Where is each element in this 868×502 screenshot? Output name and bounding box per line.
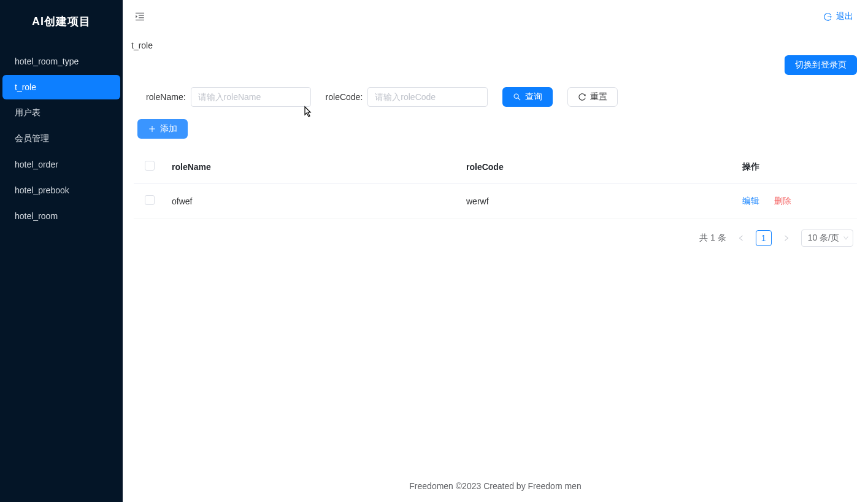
header-checkbox-cell xyxy=(134,150,164,184)
plus-icon xyxy=(148,125,156,133)
cell-rolename: ofwef xyxy=(164,184,459,218)
header-rolename[interactable]: roleName xyxy=(164,150,459,184)
pagination-total: 共 1 条 xyxy=(699,233,726,244)
topbar: 退出 xyxy=(123,0,868,33)
search-icon xyxy=(513,93,521,101)
cell-actions: 编辑 删除 xyxy=(735,184,857,218)
pagination-page-size[interactable]: 10 条/页 xyxy=(801,230,853,247)
cell-rolecode: werwf xyxy=(459,184,735,218)
chevron-left-icon xyxy=(737,234,745,242)
pagination-next[interactable] xyxy=(779,231,794,245)
pagination: 共 1 条 1 10 条/页 xyxy=(134,218,857,258)
content-area: 切换到登录页 roleName: roleCode: 查询 xyxy=(123,55,868,502)
sidebar-logo: AI创建项目 xyxy=(0,0,123,43)
data-table: roleName roleCode 操作 ofwef werwf 编辑 xyxy=(134,150,857,218)
logout-label: 退出 xyxy=(836,11,853,22)
sidebar-menu: hotel_room_type t_role 用户表 会员管理 hotel_or… xyxy=(0,43,123,234)
page-size-label: 10 条/页 xyxy=(808,233,839,244)
pagination-prev[interactable] xyxy=(734,231,748,245)
collapse-menu-icon[interactable] xyxy=(134,10,146,23)
add-button[interactable]: 添加 xyxy=(137,119,188,139)
logout-button[interactable]: 退出 xyxy=(823,11,853,22)
edit-link[interactable]: 编辑 xyxy=(742,196,759,206)
sidebar-item-hotel-order[interactable]: hotel_order xyxy=(2,152,120,177)
add-row: 添加 xyxy=(134,119,857,150)
delete-link[interactable]: 删除 xyxy=(774,196,791,206)
main: 退出 t_role 切换到登录页 roleName: roleCode: xyxy=(123,0,868,502)
button-label: 重置 xyxy=(590,91,607,102)
switch-login-button[interactable]: 切换到登录页 xyxy=(785,55,857,75)
search-row: roleName: roleCode: 查询 重 xyxy=(134,81,857,119)
row-checkbox-cell xyxy=(134,184,164,218)
sidebar-item-label: hotel_order xyxy=(15,160,58,169)
sidebar-item-label: 用户表 xyxy=(15,107,40,118)
header-rolecode[interactable]: roleCode xyxy=(459,150,735,184)
search-field-rolecode: roleCode: xyxy=(326,87,488,107)
rolecode-input[interactable] xyxy=(367,87,488,107)
select-all-checkbox[interactable] xyxy=(145,161,155,171)
reset-button[interactable]: 重置 xyxy=(567,87,618,107)
sidebar-item-t-role[interactable]: t_role xyxy=(2,75,120,99)
sidebar-item-label: hotel_room xyxy=(15,211,58,221)
button-label: 切换到登录页 xyxy=(795,60,847,71)
toolbar-row: 切换到登录页 xyxy=(134,55,857,75)
search-field-rolename: roleName: xyxy=(146,87,311,107)
sidebar-item-hotel-room-type[interactable]: hotel_room_type xyxy=(2,49,120,74)
sidebar-item-member-manage[interactable]: 会员管理 xyxy=(2,126,120,151)
sidebar-item-hotel-prebook[interactable]: hotel_prebook xyxy=(2,178,120,203)
breadcrumb: t_role xyxy=(123,33,868,55)
button-label: 查询 xyxy=(525,91,542,102)
query-button[interactable]: 查询 xyxy=(502,87,553,107)
rolename-input[interactable] xyxy=(191,87,311,107)
table-header-row: roleName roleCode 操作 xyxy=(134,150,857,184)
sidebar-item-label: t_role xyxy=(15,82,36,92)
sidebar-item-label: hotel_prebook xyxy=(15,185,69,195)
chevron-right-icon xyxy=(783,234,790,242)
footer: Freedomen ©2023 Created by Freedom men xyxy=(134,470,857,502)
reload-icon xyxy=(578,93,586,101)
rolename-label: roleName: xyxy=(146,92,186,102)
pagination-page-1[interactable]: 1 xyxy=(756,230,772,246)
chevron-down-icon xyxy=(843,235,849,241)
header-action: 操作 xyxy=(735,150,857,184)
button-label: 添加 xyxy=(160,123,177,134)
sidebar-item-user-table[interactable]: 用户表 xyxy=(2,101,120,125)
sidebar-item-hotel-room[interactable]: hotel_room xyxy=(2,204,120,228)
sidebar-item-label: hotel_room_type xyxy=(15,56,79,66)
logout-icon xyxy=(823,12,832,21)
sidebar: AI创建项目 hotel_room_type t_role 用户表 会员管理 h… xyxy=(0,0,123,502)
sidebar-item-label: 会员管理 xyxy=(15,133,49,144)
rolecode-label: roleCode: xyxy=(326,92,363,102)
table-row: ofwef werwf 编辑 删除 xyxy=(134,184,857,218)
row-checkbox[interactable] xyxy=(145,195,155,205)
